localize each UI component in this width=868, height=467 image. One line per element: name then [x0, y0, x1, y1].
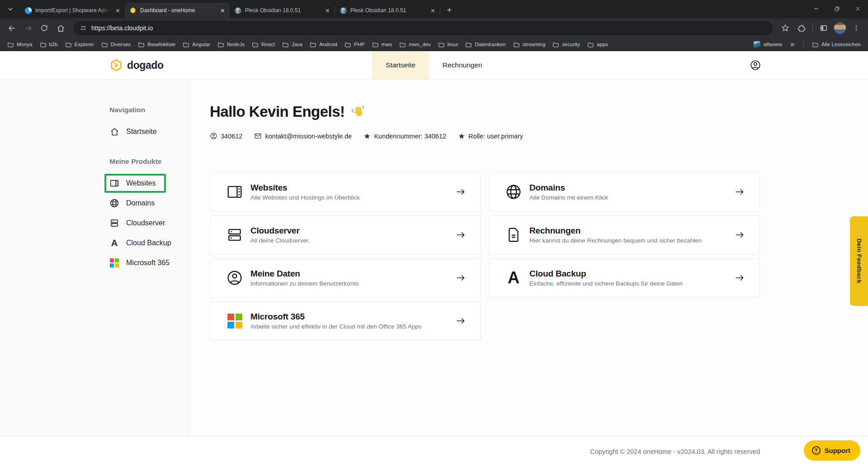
tab-dashboard-onehome[interactable]: Dashboard - oneHome [125, 3, 230, 18]
card-title: Meine Daten [250, 269, 455, 279]
home-button[interactable] [53, 21, 68, 35]
mail-icon [254, 132, 262, 140]
card-subtitle: All deine Cloudserver. [250, 237, 455, 244]
feedback-label: Dein Feedback [856, 238, 863, 283]
reload-button[interactable] [37, 21, 52, 35]
tab-plesk-2[interactable]: P Plesk Obsidian 18.0.51 [335, 3, 440, 18]
bookmark-star-button[interactable] [778, 21, 793, 35]
card-meine-daten[interactable]: Meine Daten Informationen zu deinem Benu… [210, 258, 481, 297]
profile-avatar[interactable] [833, 21, 847, 35]
account-button[interactable] [748, 57, 763, 73]
bookmark-folder[interactable]: Datenbanken [462, 40, 509, 49]
sidebar-item-startseite[interactable]: Startseite [109, 127, 189, 137]
tab-title: Dashboard - oneHome [140, 7, 215, 14]
card-cloud-backup[interactable]: A Cloud Backup Einfache, effiziente und … [489, 258, 760, 297]
bookmarks-bar: Monya b2b Explorer Diverses [0, 38, 868, 51]
card-rechnungen[interactable]: Rechnungen Hier kannst du deine Rechnung… [489, 215, 760, 254]
card-subtitle: Alle Websites und Hostings im Überblick [250, 194, 455, 201]
browser-window-icon [226, 183, 244, 201]
tab-shopware-admin[interactable]: Import/Export | Shopware Admi [20, 3, 125, 18]
url-text[interactable]: https://beta.cloudpit.io [91, 24, 153, 32]
bookmark-folder[interactable]: Monya [4, 40, 36, 49]
site-settings-icon[interactable] [80, 24, 87, 32]
support-button[interactable]: ? Support [804, 440, 861, 461]
shopware-favicon [24, 7, 32, 14]
bookmark-alfaview[interactable]: alfaview [750, 40, 786, 49]
nav-startseite[interactable]: Startseite [372, 51, 429, 79]
folder-icon [7, 41, 14, 48]
tab-title: Plesk Obsidian 18.0.51 [350, 7, 425, 14]
card-domains[interactable]: Domains Alle Domains mit einem Klick [489, 172, 760, 211]
acronis-a-icon: A [109, 238, 119, 248]
minimize-button[interactable] [806, 0, 826, 17]
extensions-icon[interactable] [794, 21, 809, 35]
server-icon [226, 226, 244, 244]
card-cloudserver[interactable]: Cloudserver All deine Cloudserver. [210, 215, 481, 254]
bookmark-folder[interactable]: streaming [509, 40, 549, 49]
address-bar[interactable]: https://beta.cloudpit.io [73, 21, 773, 35]
close-window-button[interactable] [847, 0, 868, 17]
bookmark-folder[interactable]: linux [434, 40, 462, 49]
folder-icon [252, 41, 259, 48]
tab-close-icon[interactable] [324, 7, 331, 14]
meta-email: kontakt@mission-webstyle.de [254, 132, 352, 140]
bookmark-folder[interactable]: Angular [179, 40, 214, 49]
tab-title: Plesk Obsidian 18.0.51 [245, 7, 320, 14]
bookmark-folder[interactable]: Explorer [61, 40, 98, 49]
back-button[interactable] [5, 21, 19, 35]
new-tab-button[interactable] [443, 4, 456, 16]
side-panel-button[interactable] [816, 21, 831, 35]
restore-button[interactable] [826, 0, 847, 17]
nav-rechnungen[interactable]: Rechnungen [429, 51, 496, 79]
bookmark-label: mws [382, 42, 392, 47]
bookmark-folder[interactable]: Android [306, 40, 341, 49]
card-title: Cloud Backup [529, 269, 734, 279]
bookmark-folder[interactable]: Bwwlinkliste [134, 40, 179, 49]
bookmark-folder[interactable]: b2b [36, 40, 61, 49]
card-microsoft-365[interactable]: Microsoft 365 Arbeite sicher und effekti… [210, 301, 481, 340]
bookmarks-overflow-button[interactable] [786, 40, 799, 49]
bookmark-folder[interactable]: apps [584, 40, 612, 49]
card-websites[interactable]: Websites Alle Websites und Hostings im Ü… [210, 172, 481, 211]
star-icon [458, 133, 465, 140]
folder-icon [372, 41, 379, 48]
bookmark-folder[interactable]: security [549, 40, 584, 49]
window-controls [806, 0, 868, 17]
sidebar-item-microsoft-365[interactable]: Microsoft 365 [109, 258, 189, 268]
sidebar-section-products: Meine Produkte [109, 157, 189, 166]
sidebar-item-domains[interactable]: Domains [109, 198, 189, 208]
all-bookmarks-button[interactable]: Alle Lesezeichen [808, 40, 864, 49]
folder-icon [344, 41, 351, 48]
site-header: dogado Startseite Rechnungen [0, 51, 868, 80]
meta-user-id: 340612 [210, 132, 242, 140]
bookmark-folder[interactable]: PHP [341, 40, 368, 49]
globe-icon [109, 198, 119, 208]
tab-close-icon[interactable] [114, 7, 121, 14]
bookmark-folder[interactable]: mws_dev [396, 40, 434, 49]
server-icon [109, 218, 119, 228]
card-title: Domains [529, 183, 734, 193]
page-title: Hallo Kevin Engels! [210, 103, 345, 120]
tab-search-button[interactable] [4, 2, 17, 16]
arrow-right-icon [455, 315, 466, 326]
folder-icon [65, 41, 72, 48]
browser-menu-button[interactable] [849, 21, 863, 35]
bookmark-folder[interactable]: Java [278, 40, 306, 49]
sidebar: Navigation Startseite Meine Produkte Web… [0, 80, 189, 436]
forward-button[interactable] [21, 21, 35, 35]
bookmark-folder[interactable]: Diverses [98, 40, 135, 49]
user-id-icon [210, 132, 217, 140]
bookmark-folder[interactable]: React [248, 40, 278, 49]
folder-icon [812, 41, 819, 48]
feedback-tab[interactable]: Dein Feedback [850, 216, 868, 306]
sidebar-item-cloud-backup[interactable]: A Cloud Backup [109, 238, 189, 248]
tab-close-icon[interactable] [429, 7, 436, 14]
bookmark-folder[interactable]: mws [368, 40, 396, 49]
tab-close-icon[interactable] [219, 7, 226, 14]
bookmark-folder[interactable]: NodeJs [214, 40, 248, 49]
sidebar-item-websites[interactable]: Websites [109, 178, 189, 188]
sidebar-item-cloudserver[interactable]: Cloudserver [109, 218, 189, 228]
microsoft-logo-icon [226, 312, 244, 330]
card-subtitle: Einfache, effiziente und sichere Backups… [529, 280, 734, 287]
tab-plesk-1[interactable]: P Plesk Obsidian 18.0.51 [230, 3, 335, 18]
